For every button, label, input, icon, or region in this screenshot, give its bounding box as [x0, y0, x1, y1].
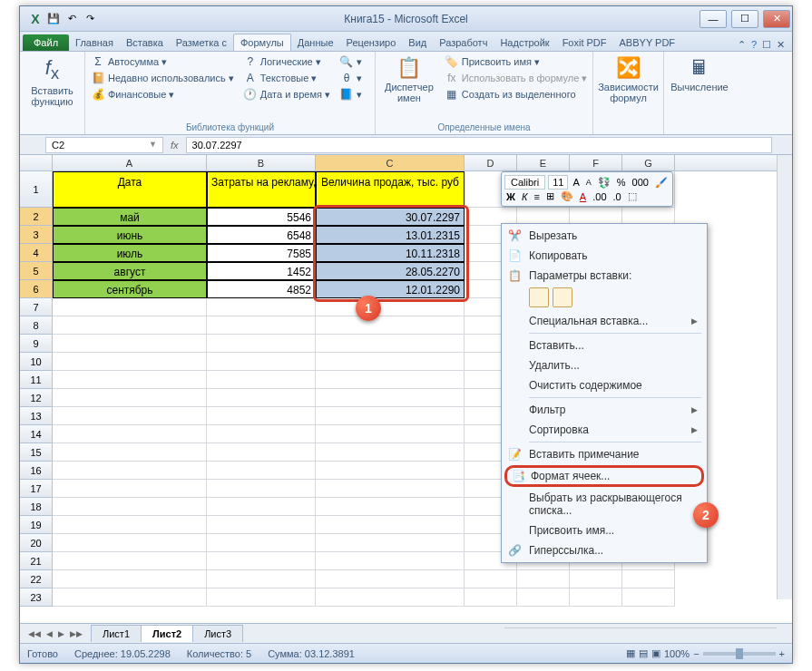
view-layout-icon[interactable]: ▤: [639, 647, 648, 659]
menu-insert[interactable]: Вставить...: [504, 336, 705, 355]
col-header[interactable]: C: [316, 155, 465, 170]
cell[interactable]: [517, 570, 570, 588]
col-header[interactable]: G: [622, 155, 675, 170]
menu-cut[interactable]: ✂️Вырезать: [504, 226, 705, 246]
sheet-nav[interactable]: ◀◀◀▶▶▶: [20, 629, 91, 638]
close-button[interactable]: ✕: [763, 10, 790, 28]
cell[interactable]: [53, 498, 207, 516]
row-header[interactable]: 19: [20, 516, 53, 534]
percent-icon[interactable]: %: [615, 176, 628, 189]
cell[interactable]: июнь: [53, 226, 207, 244]
select-all-corner[interactable]: [20, 155, 53, 170]
view-normal-icon[interactable]: ▦: [626, 647, 635, 659]
more-fn-button[interactable]: 📘▾: [339, 87, 362, 102]
menu-hyperlink[interactable]: 🔗Гиперссылка...: [504, 540, 705, 560]
cell[interactable]: [207, 335, 316, 353]
cell[interactable]: [316, 425, 465, 443]
cell[interactable]: август: [53, 262, 207, 280]
cell[interactable]: [53, 443, 207, 462]
cell[interactable]: [53, 389, 207, 407]
cell[interactable]: [622, 570, 675, 588]
shrink-font-icon[interactable]: A: [584, 177, 593, 188]
calculation-button[interactable]: 🖩 Вычисление: [670, 54, 729, 94]
cell[interactable]: [207, 462, 316, 480]
cell[interactable]: Дата: [53, 171, 207, 208]
formula-bar[interactable]: 30.07.2297: [186, 137, 772, 153]
ribbon-tab[interactable]: Надстройк: [494, 34, 555, 51]
cell[interactable]: [53, 407, 207, 425]
use-in-formula-button[interactable]: fxИспользовать в формуле ▾: [445, 71, 588, 85]
zoom-level[interactable]: 100%: [664, 648, 690, 659]
cell[interactable]: июль: [53, 244, 207, 262]
cell[interactable]: [207, 498, 316, 516]
comma-icon[interactable]: 000: [631, 176, 651, 189]
cell[interactable]: [53, 371, 207, 389]
cell[interactable]: [316, 552, 465, 570]
cell[interactable]: [53, 516, 207, 534]
cell[interactable]: [465, 588, 517, 607]
row-header[interactable]: 18: [20, 498, 53, 516]
cell[interactable]: [316, 534, 465, 552]
cell[interactable]: [316, 480, 465, 498]
menu-dropdown[interactable]: Выбрать из раскрывающегося списка...: [504, 488, 705, 520]
col-header[interactable]: D: [465, 155, 517, 170]
autosum-button[interactable]: ΣАвтосумма ▾: [91, 54, 234, 69]
cell[interactable]: [207, 516, 316, 534]
mdi-close-icon[interactable]: ✕: [777, 39, 785, 51]
cell[interactable]: [207, 371, 316, 389]
italic-icon[interactable]: К: [520, 190, 529, 203]
paste-option-2[interactable]: [553, 287, 572, 307]
cell[interactable]: [53, 425, 207, 443]
center-icon[interactable]: ≡: [532, 190, 541, 203]
format-painter-icon[interactable]: 🖌️: [653, 176, 670, 190]
cell[interactable]: [207, 316, 316, 335]
name-manager-button[interactable]: 📋 Диспетчер имен: [381, 54, 437, 105]
menu-clear[interactable]: Очистить содержимое: [504, 375, 705, 395]
lookup-button[interactable]: 🔍▾: [339, 54, 362, 69]
menu-paste-special[interactable]: Специальная вставка...▶: [504, 311, 705, 331]
cell[interactable]: 6548: [207, 226, 316, 244]
vertical-scrollbar[interactable]: [777, 155, 792, 599]
row-header[interactable]: 21: [20, 552, 53, 570]
decrease-decimal-icon[interactable]: .00: [591, 190, 608, 203]
menu-format-cells[interactable]: 📑Формат ячеек...: [504, 465, 704, 487]
cell[interactable]: [316, 570, 465, 588]
cell[interactable]: [53, 353, 207, 371]
ribbon-tab[interactable]: Разметка с: [170, 34, 233, 51]
row-header[interactable]: 4: [20, 244, 53, 262]
sheet-tab[interactable]: Лист3: [192, 625, 243, 642]
cell[interactable]: [53, 552, 207, 570]
sheet-tab[interactable]: Лист1: [91, 625, 142, 642]
insert-function-button[interactable]: fx Вставить функцию: [25, 54, 79, 109]
cell[interactable]: [53, 335, 207, 353]
cell[interactable]: [316, 443, 465, 462]
cell[interactable]: 12.01.2290: [316, 280, 465, 298]
logical-button[interactable]: ?Логические ▾: [243, 54, 330, 69]
paste-option-1[interactable]: [529, 287, 549, 307]
cell[interactable]: [316, 316, 465, 335]
ribbon-tab[interactable]: ABBYY PDF: [613, 34, 682, 51]
cell[interactable]: [316, 335, 465, 353]
cell[interactable]: [53, 570, 207, 588]
cell[interactable]: [316, 588, 465, 607]
row-header[interactable]: 7: [20, 298, 53, 316]
row-header[interactable]: 1: [20, 171, 53, 208]
minimize-ribbon-icon[interactable]: ⌃: [738, 39, 746, 51]
ribbon-tab[interactable]: Разработч: [433, 34, 494, 51]
cell[interactable]: [316, 371, 465, 389]
cell[interactable]: [570, 570, 622, 588]
zoom-in-icon[interactable]: +: [779, 648, 785, 659]
cell[interactable]: [53, 534, 207, 552]
cell[interactable]: [207, 570, 316, 588]
font-color-icon[interactable]: A: [578, 190, 588, 203]
fill-color-icon[interactable]: 🎨: [559, 190, 575, 203]
font-select[interactable]: Calibri: [504, 175, 545, 190]
row-header[interactable]: 16: [20, 462, 53, 480]
menu-copy[interactable]: 📄Копировать: [504, 246, 705, 266]
col-header[interactable]: A: [53, 155, 207, 170]
row-header[interactable]: 17: [20, 480, 53, 498]
math-button[interactable]: θ▾: [339, 71, 362, 85]
horizontal-scrollbar[interactable]: [504, 627, 777, 643]
cell[interactable]: [207, 480, 316, 498]
ribbon-tab[interactable]: Вид: [402, 34, 433, 51]
